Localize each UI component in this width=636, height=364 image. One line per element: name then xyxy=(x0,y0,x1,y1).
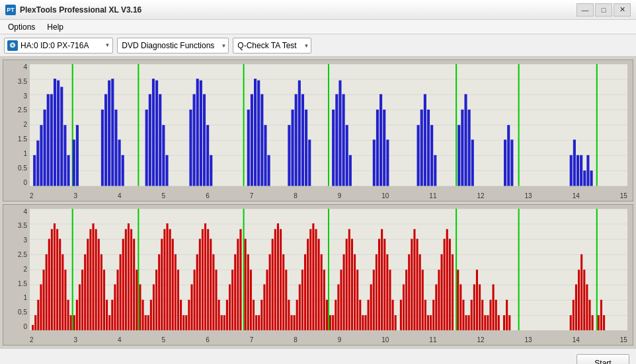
svg-rect-295 xyxy=(603,315,605,330)
svg-rect-85 xyxy=(507,125,510,186)
svg-rect-266 xyxy=(465,315,467,330)
svg-rect-54 xyxy=(292,110,294,186)
svg-rect-267 xyxy=(468,315,470,330)
svg-rect-81 xyxy=(464,94,467,186)
svg-rect-118 xyxy=(67,299,69,330)
svg-rect-89 xyxy=(573,139,576,186)
svg-rect-138 xyxy=(116,270,118,330)
svg-rect-207 xyxy=(301,270,303,330)
menu-options[interactable]: Options xyxy=(3,21,40,33)
bottom-chart-x-axis: 2 3 4 5 6 7 8 9 10 11 12 13 14 15 xyxy=(30,336,627,344)
svg-rect-276 xyxy=(489,299,491,330)
svg-rect-28 xyxy=(118,139,121,186)
svg-rect-47 xyxy=(251,94,253,186)
x-label-11: 11 xyxy=(429,192,436,200)
bottom-chart-svg xyxy=(30,209,627,331)
svg-rect-125 xyxy=(84,254,86,330)
svg-rect-286 xyxy=(578,270,580,330)
svg-rect-280 xyxy=(503,315,505,330)
function-select[interactable]: DVD Diagnostic Functions xyxy=(117,38,229,54)
svg-rect-240 xyxy=(392,299,394,330)
svg-rect-179 xyxy=(226,299,228,330)
svg-rect-84 xyxy=(504,139,506,186)
svg-rect-192 xyxy=(263,284,265,330)
svg-rect-241 xyxy=(395,315,397,330)
minimize-button[interactable]: — xyxy=(576,3,594,17)
svg-rect-33 xyxy=(152,79,155,186)
y-label-05: 0.5 xyxy=(18,165,27,172)
test-select[interactable]: Q-Check TA Test xyxy=(233,38,311,54)
svg-rect-59 xyxy=(308,139,311,186)
maximize-button[interactable]: □ xyxy=(595,3,612,17)
svg-rect-90 xyxy=(576,155,579,186)
svg-rect-234 xyxy=(376,254,378,330)
window-title: PlexTools Professional XL V3.16 xyxy=(20,5,141,15)
svg-rect-152 xyxy=(155,270,157,330)
svg-rect-16 xyxy=(57,81,60,186)
svg-rect-154 xyxy=(161,238,163,330)
top-chart-svg xyxy=(30,64,627,186)
y-label-15: 1.5 xyxy=(18,136,27,143)
svg-rect-14 xyxy=(50,94,53,186)
svg-rect-178 xyxy=(223,315,225,330)
x-label-3: 3 xyxy=(74,192,78,200)
svg-rect-237 xyxy=(383,238,385,330)
top-chart-x-axis: 2 3 4 5 6 7 8 9 10 11 12 13 14 15 xyxy=(30,192,627,200)
svg-rect-242 xyxy=(400,299,402,330)
svg-rect-259 xyxy=(444,238,446,330)
svg-rect-205 xyxy=(296,299,298,330)
svg-rect-269 xyxy=(473,284,475,330)
start-button[interactable]: Start xyxy=(576,354,629,365)
svg-rect-79 xyxy=(457,125,460,186)
svg-rect-80 xyxy=(461,110,463,186)
svg-rect-117 xyxy=(64,270,66,330)
svg-rect-145 xyxy=(136,270,138,330)
close-button[interactable]: ✕ xyxy=(614,3,631,17)
svg-rect-109 xyxy=(43,270,45,330)
svg-rect-55 xyxy=(295,94,298,186)
svg-rect-10 xyxy=(36,141,39,186)
svg-rect-41 xyxy=(200,81,202,186)
svg-rect-91 xyxy=(580,155,582,186)
svg-rect-56 xyxy=(298,81,301,186)
svg-rect-231 xyxy=(368,299,370,330)
svg-rect-239 xyxy=(389,270,391,330)
svg-rect-119 xyxy=(70,315,72,330)
svg-rect-122 xyxy=(76,299,78,330)
svg-rect-127 xyxy=(89,229,91,330)
svg-rect-88 xyxy=(570,155,573,186)
menu-help[interactable]: Help xyxy=(42,21,69,33)
svg-rect-213 xyxy=(318,238,320,330)
svg-rect-106 xyxy=(34,315,36,330)
y-label-2: 2 xyxy=(23,122,27,128)
svg-rect-251 xyxy=(424,299,426,330)
menu-bar: Options Help xyxy=(0,20,636,34)
svg-rect-227 xyxy=(356,270,358,330)
svg-rect-169 xyxy=(202,229,204,330)
y-label-4: 4 xyxy=(23,64,27,71)
svg-rect-164 xyxy=(188,299,190,330)
svg-rect-139 xyxy=(120,254,122,330)
test-select-wrapper: Q-Check TA Test xyxy=(233,38,311,54)
svg-rect-176 xyxy=(221,315,223,330)
svg-rect-72 xyxy=(417,125,420,186)
svg-rect-107 xyxy=(37,299,39,330)
svg-rect-283 xyxy=(570,315,572,330)
x-label-4: 4 xyxy=(118,192,122,200)
svg-rect-263 xyxy=(457,270,459,330)
svg-rect-273 xyxy=(484,315,486,330)
svg-rect-222 xyxy=(343,254,345,330)
svg-rect-210 xyxy=(309,229,311,330)
svg-rect-225 xyxy=(351,238,353,330)
svg-rect-287 xyxy=(580,254,582,330)
svg-rect-83 xyxy=(471,139,474,186)
svg-rect-110 xyxy=(46,254,48,330)
svg-rect-63 xyxy=(338,81,341,186)
svg-rect-133 xyxy=(106,299,108,330)
svg-rect-236 xyxy=(381,229,383,330)
svg-rect-21 xyxy=(73,139,75,186)
svg-rect-254 xyxy=(430,315,432,330)
svg-rect-11 xyxy=(40,125,42,186)
svg-rect-284 xyxy=(573,299,575,330)
svg-rect-42 xyxy=(203,94,206,186)
